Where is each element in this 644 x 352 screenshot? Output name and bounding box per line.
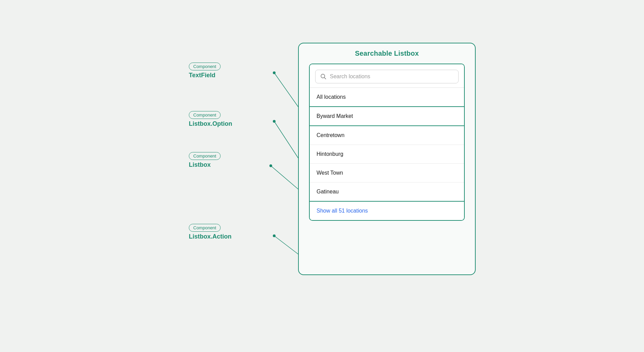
annotation-listbox: Component Listbox (189, 152, 221, 168)
option-hintonburg[interactable]: Hintonburg (310, 145, 464, 164)
card-title: Searchable Listbox (355, 50, 419, 57)
annotation-listbox-action: Component Listbox.Action (189, 224, 232, 240)
badge-listbox-action: Component (189, 224, 221, 232)
option-all-locations[interactable]: All locations (310, 88, 464, 107)
svg-line-4 (271, 166, 299, 190)
svg-point-3 (273, 120, 276, 123)
search-icon (320, 73, 326, 80)
option-centretown[interactable]: Centretown (310, 126, 464, 145)
svg-point-1 (273, 71, 276, 74)
option-byward-market[interactable]: Byward Market (310, 107, 464, 126)
svg-point-5 (269, 164, 272, 167)
badge-listbox: Component (189, 152, 221, 160)
search-placeholder: Search locations (330, 73, 370, 80)
label-textfield: TextField (189, 72, 215, 79)
svg-line-0 (274, 73, 299, 108)
badge-listbox-option: Component (189, 111, 221, 119)
badge-textfield: Component (189, 63, 221, 70)
listbox-options: All locations Byward Market Centretown H… (310, 88, 464, 201)
annotation-listbox-option: Component Listbox.Option (189, 111, 232, 127)
option-gatineau[interactable]: Gatineau (310, 182, 464, 201)
search-area: Search locations (310, 64, 464, 88)
listbox-action-show-all[interactable]: Show all 51 locations (310, 201, 464, 220)
svg-point-7 (273, 234, 276, 237)
svg-line-6 (274, 236, 299, 255)
inner-listbox-card: Search locations All locations Byward Ma… (309, 64, 465, 221)
svg-line-2 (274, 121, 299, 159)
label-listbox-option: Listbox.Option (189, 120, 232, 127)
svg-line-9 (324, 78, 326, 79)
label-listbox: Listbox (189, 161, 211, 168)
diagram-container: Component TextField Component Listbox.Op… (168, 43, 476, 309)
searchable-listbox-card: Searchable Listbox Search locations All … (298, 43, 476, 275)
annotation-textfield: Component TextField (189, 63, 221, 79)
label-listbox-action: Listbox.Action (189, 233, 232, 240)
search-input-wrapper[interactable]: Search locations (315, 70, 459, 83)
option-west-town[interactable]: West Town (310, 164, 464, 182)
